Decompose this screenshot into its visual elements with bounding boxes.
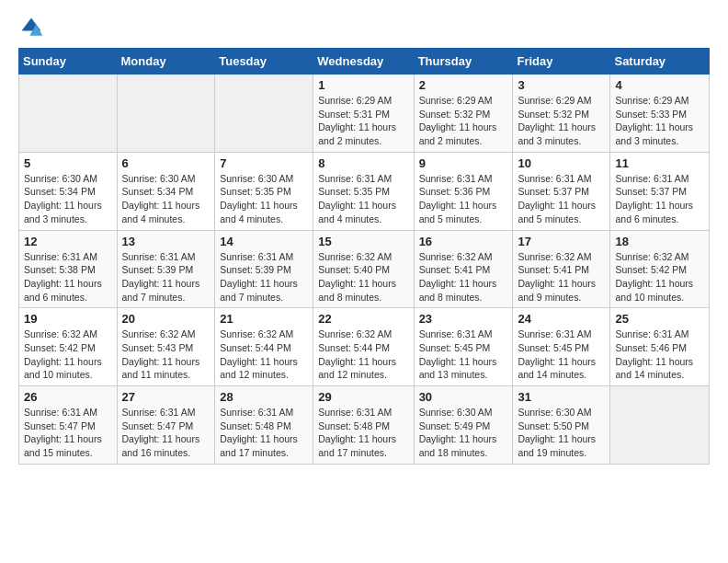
day-number: 12	[24, 235, 112, 248]
day-number: 16	[419, 235, 508, 248]
day-info: Sunrise: 6:32 AMSunset: 5:43 PMDaylight:…	[122, 327, 210, 382]
day-info: Sunrise: 6:31 AMSunset: 5:36 PMDaylight:…	[419, 172, 508, 226]
calendar-cell: 22Sunrise: 6:32 AMSunset: 5:44 PMDayligh…	[313, 308, 414, 386]
day-info: Sunrise: 6:32 AMSunset: 5:44 PMDaylight:…	[318, 327, 408, 382]
day-number: 8	[318, 156, 408, 170]
day-info: Sunrise: 6:32 AMSunset: 5:42 PMDaylight:…	[24, 327, 112, 382]
day-number: 14	[220, 235, 308, 248]
calendar-week-row: 12Sunrise: 6:31 AMSunset: 5:38 PMDayligh…	[19, 230, 710, 308]
calendar-cell: 7Sunrise: 6:30 AMSunset: 5:35 PMDaylight…	[215, 152, 313, 230]
day-number: 18	[615, 235, 704, 248]
day-number: 9	[419, 156, 508, 170]
calendar-cell: 28Sunrise: 6:31 AMSunset: 5:48 PMDayligh…	[215, 386, 313, 465]
calendar-week-row: 1Sunrise: 6:29 AMSunset: 5:31 PMDaylight…	[19, 75, 710, 153]
calendar-cell: 3Sunrise: 6:29 AMSunset: 5:32 PMDaylight…	[513, 75, 610, 153]
calendar-cell	[610, 386, 710, 465]
logo-icon	[18, 15, 44, 40]
day-number: 29	[318, 390, 408, 404]
day-number: 24	[518, 312, 605, 326]
day-info: Sunrise: 6:29 AMSunset: 5:33 PMDaylight:…	[615, 94, 704, 148]
day-info: Sunrise: 6:32 AMSunset: 5:44 PMDaylight:…	[220, 327, 308, 382]
day-info: Sunrise: 6:31 AMSunset: 5:35 PMDaylight:…	[318, 172, 408, 226]
day-number: 25	[615, 312, 704, 326]
day-info: Sunrise: 6:32 AMSunset: 5:42 PMDaylight:…	[615, 250, 704, 304]
day-number: 15	[318, 235, 408, 248]
calendar-cell: 6Sunrise: 6:30 AMSunset: 5:34 PMDaylight…	[117, 152, 215, 230]
day-number: 20	[122, 312, 210, 326]
day-number: 27	[122, 390, 210, 404]
calendar-cell: 19Sunrise: 6:32 AMSunset: 5:42 PMDayligh…	[19, 308, 118, 386]
page-header	[18, 15, 710, 40]
weekday-header: Friday	[513, 49, 610, 75]
calendar-cell: 11Sunrise: 6:31 AMSunset: 5:37 PMDayligh…	[610, 152, 710, 230]
day-number: 3	[518, 78, 605, 92]
calendar-header: SundayMondayTuesdayWednesdayThursdayFrid…	[19, 49, 710, 75]
day-info: Sunrise: 6:31 AMSunset: 5:48 PMDaylight:…	[220, 406, 308, 460]
calendar-cell: 27Sunrise: 6:31 AMSunset: 5:47 PMDayligh…	[117, 386, 215, 465]
weekday-header: Wednesday	[313, 49, 414, 75]
day-number: 31	[518, 390, 605, 404]
day-info: Sunrise: 6:32 AMSunset: 5:40 PMDaylight:…	[318, 250, 408, 304]
day-number: 28	[220, 390, 308, 404]
weekday-header: Thursday	[414, 49, 513, 75]
calendar-cell: 10Sunrise: 6:31 AMSunset: 5:37 PMDayligh…	[513, 152, 610, 230]
calendar-body: 1Sunrise: 6:29 AMSunset: 5:31 PMDaylight…	[19, 75, 710, 465]
day-info: Sunrise: 6:31 AMSunset: 5:48 PMDaylight:…	[318, 406, 408, 460]
day-info: Sunrise: 6:31 AMSunset: 5:46 PMDaylight:…	[615, 327, 704, 382]
day-info: Sunrise: 6:31 AMSunset: 5:45 PMDaylight:…	[518, 327, 605, 382]
day-info: Sunrise: 6:29 AMSunset: 5:31 PMDaylight:…	[318, 94, 408, 148]
day-number: 21	[220, 312, 308, 326]
day-number: 17	[518, 235, 605, 248]
calendar-week-row: 19Sunrise: 6:32 AMSunset: 5:42 PMDayligh…	[19, 308, 710, 386]
day-number: 13	[122, 235, 210, 248]
calendar-cell: 15Sunrise: 6:32 AMSunset: 5:40 PMDayligh…	[313, 230, 414, 308]
calendar-cell: 12Sunrise: 6:31 AMSunset: 5:38 PMDayligh…	[19, 230, 118, 308]
calendar-cell: 31Sunrise: 6:30 AMSunset: 5:50 PMDayligh…	[513, 386, 610, 465]
day-info: Sunrise: 6:31 AMSunset: 5:47 PMDaylight:…	[122, 406, 210, 460]
logo	[18, 15, 48, 40]
calendar-cell: 26Sunrise: 6:31 AMSunset: 5:47 PMDayligh…	[19, 386, 118, 465]
calendar-week-row: 26Sunrise: 6:31 AMSunset: 5:47 PMDayligh…	[19, 386, 710, 465]
day-number: 23	[419, 312, 508, 326]
calendar-cell: 20Sunrise: 6:32 AMSunset: 5:43 PMDayligh…	[117, 308, 215, 386]
day-info: Sunrise: 6:30 AMSunset: 5:34 PMDaylight:…	[122, 172, 210, 226]
day-number: 5	[24, 156, 112, 170]
calendar-cell: 2Sunrise: 6:29 AMSunset: 5:32 PMDaylight…	[414, 75, 513, 153]
day-info: Sunrise: 6:30 AMSunset: 5:35 PMDaylight:…	[220, 172, 308, 226]
calendar-cell	[215, 75, 313, 153]
day-number: 19	[24, 312, 112, 326]
day-info: Sunrise: 6:31 AMSunset: 5:47 PMDaylight:…	[24, 406, 112, 460]
calendar-cell: 24Sunrise: 6:31 AMSunset: 5:45 PMDayligh…	[513, 308, 610, 386]
calendar-cell: 14Sunrise: 6:31 AMSunset: 5:39 PMDayligh…	[215, 230, 313, 308]
day-info: Sunrise: 6:32 AMSunset: 5:41 PMDaylight:…	[419, 250, 508, 304]
calendar-cell: 5Sunrise: 6:30 AMSunset: 5:34 PMDaylight…	[19, 152, 118, 230]
day-info: Sunrise: 6:31 AMSunset: 5:37 PMDaylight:…	[615, 172, 704, 226]
day-info: Sunrise: 6:31 AMSunset: 5:37 PMDaylight:…	[518, 172, 605, 226]
day-number: 26	[24, 390, 112, 404]
day-number: 2	[419, 78, 508, 92]
day-number: 4	[615, 78, 704, 92]
calendar-cell: 1Sunrise: 6:29 AMSunset: 5:31 PMDaylight…	[313, 75, 414, 153]
calendar-cell: 29Sunrise: 6:31 AMSunset: 5:48 PMDayligh…	[313, 386, 414, 465]
calendar-cell: 21Sunrise: 6:32 AMSunset: 5:44 PMDayligh…	[215, 308, 313, 386]
calendar-cell: 23Sunrise: 6:31 AMSunset: 5:45 PMDayligh…	[414, 308, 513, 386]
day-info: Sunrise: 6:31 AMSunset: 5:38 PMDaylight:…	[24, 250, 112, 304]
day-number: 30	[419, 390, 508, 404]
day-info: Sunrise: 6:31 AMSunset: 5:39 PMDaylight:…	[220, 250, 308, 304]
day-info: Sunrise: 6:30 AMSunset: 5:34 PMDaylight:…	[24, 172, 112, 226]
day-number: 11	[615, 156, 704, 170]
calendar-cell: 17Sunrise: 6:32 AMSunset: 5:41 PMDayligh…	[513, 230, 610, 308]
calendar-cell: 4Sunrise: 6:29 AMSunset: 5:33 PMDaylight…	[610, 75, 710, 153]
calendar-cell: 16Sunrise: 6:32 AMSunset: 5:41 PMDayligh…	[414, 230, 513, 308]
day-number: 10	[518, 156, 605, 170]
calendar-cell	[19, 75, 118, 153]
day-info: Sunrise: 6:30 AMSunset: 5:50 PMDaylight:…	[518, 406, 605, 460]
calendar-cell: 25Sunrise: 6:31 AMSunset: 5:46 PMDayligh…	[610, 308, 710, 386]
day-number: 22	[318, 312, 408, 326]
day-info: Sunrise: 6:29 AMSunset: 5:32 PMDaylight:…	[518, 94, 605, 148]
day-info: Sunrise: 6:31 AMSunset: 5:45 PMDaylight:…	[419, 327, 508, 382]
calendar-table: SundayMondayTuesdayWednesdayThursdayFrid…	[18, 48, 710, 465]
weekday-header: Monday	[117, 49, 215, 75]
calendar-cell: 13Sunrise: 6:31 AMSunset: 5:39 PMDayligh…	[117, 230, 215, 308]
calendar-week-row: 5Sunrise: 6:30 AMSunset: 5:34 PMDaylight…	[19, 152, 710, 230]
